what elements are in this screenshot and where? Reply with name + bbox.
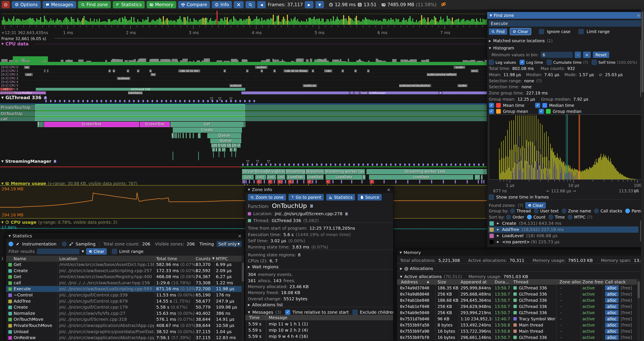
frame-bar[interactable]: [380, 21, 381, 25]
frame-bar[interactable]: [58, 20, 59, 25]
frame-bar[interactable]: [477, 21, 478, 25]
frame-bar[interactable]: [466, 20, 467, 25]
sample-dot[interactable]: [256, 163, 258, 166]
power-button[interactable]: [2, 1, 10, 8]
zone-thin[interactable]: [244, 180, 245, 183]
frame-bar[interactable]: [186, 21, 187, 25]
frame-bar[interactable]: [86, 21, 87, 25]
frame-bar[interactable]: [293, 19, 294, 25]
zone[interactable]: [244, 122, 245, 127]
frame-bar[interactable]: [348, 16, 349, 25]
frame-bar[interactable]: [60, 21, 62, 25]
zone-thin[interactable]: [467, 180, 468, 183]
frame-bar[interactable]: [117, 21, 118, 25]
statistics-button[interactable]: Statistics: [113, 1, 145, 8]
frame-bar[interactable]: [435, 18, 436, 25]
frame-bar[interactable]: [109, 19, 110, 25]
frame-bar[interactable]: [286, 21, 286, 25]
sample-dot[interactable]: [455, 163, 456, 166]
frame-bar[interactable]: [219, 21, 220, 25]
frame-bar[interactable]: [256, 17, 257, 25]
frame-bar[interactable]: [316, 19, 317, 25]
frame-bar[interactable]: [438, 22, 439, 25]
frame-bar[interactable]: [420, 20, 421, 25]
frame-bar[interactable]: [372, 21, 374, 25]
frame-bar[interactable]: [415, 22, 416, 25]
cpu-zone[interactable]: GLThread 336: [36, 88, 246, 91]
frame-bar[interactable]: [230, 19, 232, 25]
group-by-option[interactable]: Zone name: [568, 209, 591, 213]
frame-bar[interactable]: [173, 21, 174, 25]
group-by-option[interactable]: User text: [540, 209, 559, 213]
zone[interactable]: Create: [173, 128, 242, 133]
frame-bar[interactable]: [155, 21, 156, 25]
frame-bar[interactable]: [134, 17, 134, 25]
frame-bar[interactable]: [279, 21, 280, 25]
frame-bar[interactable]: [250, 19, 251, 25]
frame-bar[interactable]: [238, 21, 239, 25]
frame-bar[interactable]: [44, 16, 45, 25]
group-by-radio-zone-name[interactable]: [562, 209, 566, 213]
frame-bar[interactable]: [347, 21, 348, 25]
log-values-checkbox[interactable]: [489, 60, 494, 65]
frame-bar[interactable]: [213, 21, 214, 25]
frame-bar[interactable]: [228, 22, 229, 25]
cpu-zone[interactable]: c: [112, 69, 115, 73]
frame-bar[interactable]: [113, 20, 114, 25]
cpu-zone[interactable]: audios: [255, 66, 268, 69]
frame-bar[interactable]: [123, 19, 124, 25]
frame-bar[interactable]: [408, 18, 409, 25]
sample-dot[interactable]: [226, 100, 227, 102]
frame-bar[interactable]: [16, 19, 17, 25]
frame-bar[interactable]: [470, 21, 471, 25]
sample-dot[interactable]: [302, 163, 304, 166]
cpu-zone[interactable]: cds: [324, 69, 332, 73]
frame-bar[interactable]: [172, 21, 173, 25]
sample-dot[interactable]: [334, 163, 336, 166]
frame-bar[interactable]: [480, 18, 481, 25]
sample-dot[interactable]: [221, 100, 223, 102]
column-header-location[interactable]: Location: [59, 256, 77, 261]
frame-bar[interactable]: [463, 19, 464, 25]
sample-dot[interactable]: [326, 163, 327, 166]
frame-bar[interactable]: [301, 21, 302, 25]
frame-bar[interactable]: [430, 21, 431, 25]
frame-bar[interactable]: [95, 22, 96, 25]
zone[interactable]: [178, 133, 179, 138]
table-row[interactable]: calljni/../jni/../../../src/claw/base/Lu…: [6, 280, 242, 286]
zone[interactable]: (: [212, 148, 215, 151]
cpu-zone[interactable]: c: [312, 69, 314, 73]
frame-bar[interactable]: [106, 22, 108, 25]
sample-dot[interactable]: [473, 163, 475, 166]
zone[interactable]: |L(U: [242, 175, 254, 180]
frame-bar[interactable]: [35, 22, 36, 25]
frame-bar[interactable]: [393, 20, 394, 25]
frame-bar[interactable]: [74, 22, 76, 25]
frame-bar[interactable]: [255, 19, 256, 25]
zone[interactable]: Streaming: [286, 169, 306, 174]
streaming-header[interactable]: ▼StreamingManager: [1, 159, 57, 164]
frame-bar[interactable]: [204, 19, 205, 25]
zone[interactable]: [183, 133, 184, 138]
collapse-arrow-icon[interactable]: ▼: [1, 96, 4, 100]
frame-bar[interactable]: [431, 19, 432, 25]
frame-bar[interactable]: [412, 19, 413, 25]
frame-bar[interactable]: [283, 17, 284, 25]
frame-bar[interactable]: [443, 19, 444, 25]
cpu-usage-header[interactable]: ▼CPU usage(y-range: 0.78%, visible data …: [1, 220, 117, 225]
frame-bar[interactable]: [296, 21, 297, 25]
zone-thin[interactable]: [316, 180, 317, 183]
collapse-arrow-icon[interactable]: ▼: [8, 234, 11, 238]
frame-bar[interactable]: [226, 20, 226, 25]
frame-bar[interactable]: [245, 20, 246, 25]
frame-bar[interactable]: [240, 19, 240, 25]
cpu-zone[interactable]: c: [342, 69, 344, 73]
sample-dot[interactable]: [165, 100, 167, 102]
group-by-radio-call-stacks[interactable]: [594, 209, 599, 213]
sample-dot[interactable]: [399, 163, 401, 166]
zone[interactable]: [180, 133, 181, 138]
clear-button[interactable]: Clear: [510, 28, 531, 35]
frame-bar[interactable]: [318, 19, 318, 25]
frame-bar[interactable]: [178, 19, 179, 25]
frame-bar[interactable]: [333, 16, 334, 25]
